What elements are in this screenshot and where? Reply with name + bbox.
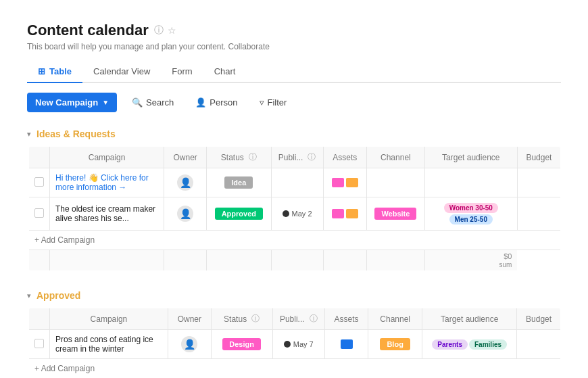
audience-badge: Parents: [432, 339, 468, 350]
section-toggle-ideas[interactable]: ▾: [27, 130, 31, 139]
person-icon: 👤: [195, 97, 206, 108]
section-toggle-approved[interactable]: ▾: [27, 291, 31, 300]
col-info-icon: ⓘ: [251, 313, 260, 325]
publi-content: May 2: [277, 210, 318, 218]
title-icons: ⓘ ☆: [154, 24, 176, 37]
budget-cell: [517, 330, 561, 359]
tab-table-label: Table: [49, 66, 72, 76]
new-campaign-label: New Campaign: [35, 97, 98, 108]
budget-cell: [517, 168, 560, 197]
campaign-name: Pros and cons of eating ice cream in the…: [55, 335, 153, 354]
col-header-channel: Channel: [367, 147, 425, 168]
status-badge: Idea: [224, 176, 253, 189]
title-row: Content calendar ⓘ ☆: [27, 22, 561, 39]
asset-thumbnail: [346, 178, 358, 187]
publi-content: May 7: [278, 340, 319, 348]
campaign-cell[interactable]: Pros and cons of eating ice cream in the…: [50, 330, 168, 359]
pub-dot: [284, 341, 291, 348]
sum-label: sum: [499, 261, 512, 268]
sections-container: ▾Ideas & RequestsCampaignOwnerStatusⓘPub…: [27, 126, 561, 378]
tab-chart-label: Chart: [214, 66, 236, 76]
channel-cell: [367, 168, 425, 197]
channel-badge: Blog: [380, 338, 410, 350]
col-header-channel: Channel: [368, 308, 422, 330]
col-checkbox: [28, 308, 50, 330]
campaign-name: The oldest ice cream maker alive shares …: [55, 204, 155, 223]
add-campaign-row[interactable]: + Add Campaign: [28, 359, 561, 379]
row-checkbox[interactable]: [28, 168, 50, 197]
col-header-budget: Budget: [517, 147, 560, 168]
info-icon[interactable]: ⓘ: [154, 24, 164, 37]
sum-cell-1: [50, 250, 164, 271]
checkbox[interactable]: [34, 339, 44, 348]
campaign-name: Hi there! 👋 Click here for more informat…: [55, 173, 149, 192]
row-checkbox[interactable]: [28, 330, 50, 359]
add-campaign-row[interactable]: + Add Campaign: [28, 231, 561, 250]
col-header-publi---: Publi...ⓘ: [272, 308, 324, 330]
assets-container: [329, 209, 361, 218]
tab-calendar[interactable]: Calendar View: [82, 61, 161, 83]
add-campaign-label[interactable]: + Add Campaign: [34, 235, 95, 245]
row-checkbox[interactable]: [28, 197, 50, 231]
search-button[interactable]: 🔍 Search: [125, 93, 180, 112]
col-header-owner: Owner: [168, 308, 211, 330]
col-header-status: Statusⓘ: [211, 308, 272, 330]
assets-cell: [323, 197, 366, 231]
section-title-approved: Approved: [36, 290, 80, 301]
section-header-approved: ▾Approved: [27, 287, 561, 304]
col-header-campaign: Campaign: [50, 147, 164, 168]
tab-table[interactable]: ⊞ Table: [27, 61, 82, 83]
status-cell: Design: [211, 330, 272, 359]
col-header-assets: Assets: [325, 308, 368, 330]
table-ideas: CampaignOwnerStatusⓘPubli...ⓘAssetsChann…: [27, 146, 561, 271]
search-label: Search: [146, 97, 174, 108]
new-campaign-button[interactable]: New Campaign ▼: [27, 93, 117, 112]
campaign-cell[interactable]: Hi there! 👋 Click here for more informat…: [50, 168, 164, 197]
sum-cell-0: [28, 250, 50, 271]
add-campaign-cell[interactable]: + Add Campaign: [28, 231, 561, 250]
audience-cell: Women 30-50Men 25-50: [424, 197, 517, 231]
audience-badge: Families: [469, 339, 507, 350]
person-label: Person: [210, 97, 237, 108]
checkbox[interactable]: [34, 177, 44, 187]
audience-badge: Women 30-50: [444, 203, 498, 213]
tab-form-label: Form: [172, 66, 192, 76]
page-title: Content calendar: [27, 22, 149, 39]
owner-cell: 👤: [164, 197, 207, 231]
tab-form[interactable]: Form: [161, 61, 203, 83]
add-campaign-cell[interactable]: + Add Campaign: [28, 359, 561, 379]
avatar: 👤: [181, 336, 197, 352]
col-header-owner: Owner: [164, 147, 207, 168]
publi-cell: [271, 168, 323, 197]
pub-date: May 2: [292, 210, 312, 218]
sum-cell-3: [207, 250, 271, 271]
status-cell: Approved: [207, 197, 271, 231]
campaign-link[interactable]: Hi there! 👋 Click here for more informat…: [55, 173, 149, 192]
col-info-icon: ⓘ: [308, 151, 316, 163]
campaign-cell[interactable]: The oldest ice cream maker alive shares …: [50, 197, 164, 231]
assets-container: [329, 178, 361, 187]
col-header-campaign: Campaign: [50, 308, 168, 330]
pub-date: May 7: [293, 340, 314, 348]
avatar: 👤: [177, 174, 193, 191]
person-button[interactable]: 👤 Person: [189, 93, 244, 112]
asset-thumbnail: [332, 209, 344, 218]
col-header-status: Statusⓘ: [207, 147, 271, 168]
status-cell: Idea: [207, 168, 271, 197]
tab-chart[interactable]: Chart: [203, 61, 247, 83]
toolbar-row: New Campaign ▼ 🔍 Search 👤 Person ▿ Filte…: [27, 93, 561, 112]
add-campaign-label[interactable]: + Add Campaign: [34, 364, 95, 373]
filter-button[interactable]: ▿ Filter: [253, 93, 294, 112]
star-icon[interactable]: ☆: [168, 25, 176, 36]
filter-icon: ▿: [260, 97, 264, 108]
budget-cell: [517, 197, 560, 231]
caret-icon: ▼: [102, 99, 109, 106]
col-header-budget: Budget: [517, 308, 561, 330]
section-header-ideas: ▾Ideas & Requests: [27, 126, 561, 142]
assets-cell: [323, 168, 366, 197]
asset-thumbnail: [332, 178, 344, 187]
checkbox[interactable]: [34, 208, 44, 218]
sum-cell-2: [164, 250, 207, 271]
assets-cell: [325, 330, 368, 359]
section-ideas: ▾Ideas & RequestsCampaignOwnerStatusⓘPub…: [27, 126, 561, 271]
